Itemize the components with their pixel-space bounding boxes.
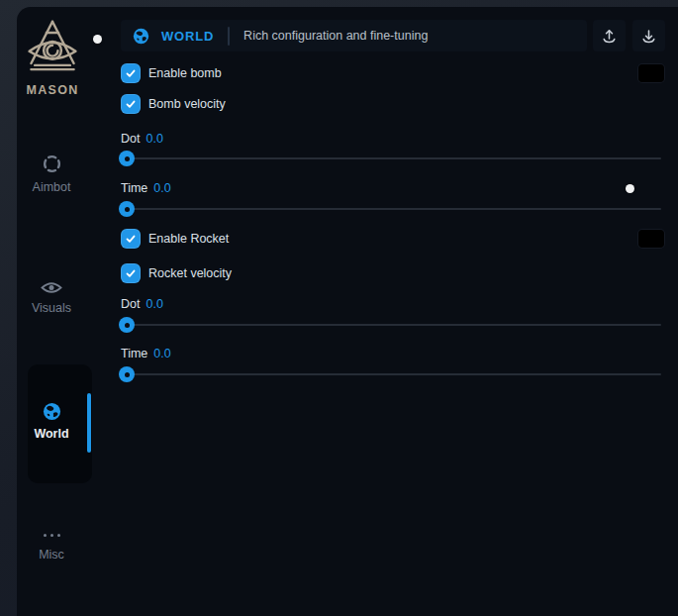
cursor-dot: [93, 35, 102, 44]
eye-icon: [41, 280, 62, 295]
globe-icon: [133, 28, 149, 45]
slider-name: Time: [121, 181, 147, 195]
bomb-dot-slider-track[interactable]: [121, 157, 661, 159]
brand-text: MASON: [13, 83, 92, 97]
page-header: WORLD Rich configuration and fine-tuning: [121, 20, 587, 51]
enable-rocket-checkbox[interactable]: [121, 229, 141, 249]
checkmark-icon: [124, 97, 138, 111]
rocket-dot-slider-thumb[interactable]: [119, 317, 135, 333]
slider-name: Time: [121, 347, 147, 360]
bomb-velocity-checkbox[interactable]: [121, 94, 141, 114]
checkbox-label: Enable bomb: [148, 66, 222, 80]
bomb-time-slider-thumb[interactable]: [119, 201, 135, 217]
checkbox-row-enable-bomb: Enable bomb: [121, 63, 222, 83]
slider-value: 0.0: [153, 181, 170, 195]
sidebar-item-misc[interactable]: Misc: [12, 528, 91, 562]
rocket-time-slider-thumb[interactable]: [119, 366, 135, 382]
checkbox-label: Enable Rocket: [148, 232, 229, 246]
sidebar-item-aimbot[interactable]: Aimbot: [12, 154, 91, 194]
mason-eye-pyramid-icon: [23, 19, 82, 76]
slider-label-rocket-dot: Dot0.0: [121, 297, 163, 311]
slider-label-rocket-time: Time0.0: [121, 347, 171, 360]
checkbox-row-enable-rocket: Enable Rocket: [121, 229, 229, 249]
download-icon: [640, 28, 657, 45]
bomb-dot-slider-thumb[interactable]: [119, 151, 135, 166]
slider-value: 0.0: [153, 347, 170, 360]
bomb-color-swatch[interactable]: [638, 64, 664, 82]
checkmark-icon: [124, 266, 138, 280]
checkbox-row-rocket-velocity: Rocket velocity: [121, 263, 232, 283]
sidebar-item-visuals[interactable]: Visuals: [12, 280, 91, 315]
download-config-button[interactable]: [632, 20, 665, 51]
slider-value: 0.0: [145, 132, 162, 146]
checkbox-row-bomb-velocity: Bomb velocity: [121, 94, 226, 114]
ellipsis-icon: [44, 528, 60, 542]
rocket-velocity-checkbox[interactable]: [121, 263, 141, 283]
sidebar-item-label: Visuals: [32, 302, 71, 315]
rocket-time-slider-track[interactable]: [121, 373, 661, 375]
slider-name: Dot: [121, 132, 140, 146]
rocket-dot-slider-track[interactable]: [121, 324, 661, 326]
slider-label-bomb-time: Time0.0: [121, 181, 171, 195]
slider-value: 0.0: [145, 297, 162, 311]
sidebar-item-world[interactable]: World: [12, 402, 91, 441]
header-divider: [228, 27, 230, 46]
page-title: WORLD: [161, 29, 214, 44]
checkbox-label: Bomb velocity: [148, 97, 226, 111]
upload-config-button[interactable]: [593, 20, 626, 51]
sidebar-item-label: Misc: [39, 549, 64, 562]
sidebar-item-label: Aimbot: [33, 181, 71, 194]
enable-bomb-checkbox[interactable]: [121, 63, 141, 83]
slider-name: Dot: [121, 297, 140, 311]
cursor-dot: [626, 184, 634, 193]
page-subtitle: Rich configuration and fine-tuning: [243, 29, 428, 43]
rocket-color-swatch[interactable]: [638, 230, 664, 248]
checkmark-icon: [124, 232, 138, 246]
checkbox-label: Rocket velocity: [148, 266, 232, 280]
slider-label-bomb-dot: Dot0.0: [121, 132, 163, 146]
main-panel: [17, 7, 678, 616]
bomb-time-slider-track[interactable]: [121, 208, 661, 210]
sidebar-item-label: World: [34, 428, 68, 441]
crosshair-icon: [42, 154, 62, 174]
checkmark-icon: [124, 66, 138, 80]
upload-icon: [601, 28, 618, 45]
globe-icon: [43, 402, 61, 421]
